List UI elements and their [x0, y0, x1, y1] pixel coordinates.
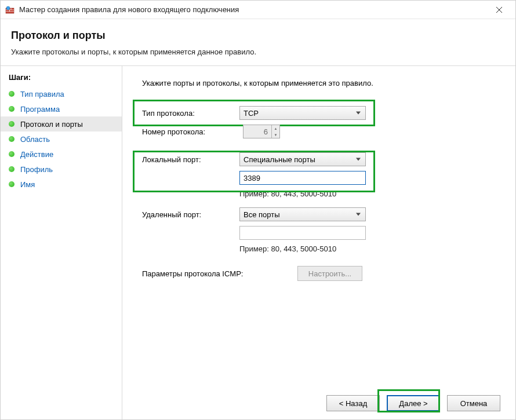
- icmp-label: Параметры протокола ICMP:: [142, 269, 297, 278]
- protocol-number-label: Номер протокола:: [142, 127, 239, 136]
- step-profile[interactable]: Профиль: [1, 162, 122, 177]
- bullet-icon: [9, 181, 14, 187]
- step-label: Протокол и порты: [20, 120, 83, 129]
- remote-port-value-row: [142, 226, 500, 240]
- cancel-button[interactable]: Отмена: [447, 395, 500, 411]
- spacer-label: [142, 244, 239, 253]
- step-program[interactable]: Программа: [1, 101, 122, 116]
- firewall-icon: [5, 5, 14, 14]
- content-instruction: Укажите порты и протоколы, к которым при…: [142, 79, 500, 87]
- bullet-icon: [9, 151, 14, 157]
- wizard-body: Шаги: Тип правила Программа Протокол и п…: [1, 66, 515, 419]
- next-button[interactable]: Далее >: [387, 395, 440, 411]
- local-port-input[interactable]: [239, 171, 366, 185]
- protocol-number-value: 6: [244, 127, 271, 136]
- local-port-mode-select[interactable]: Специальные порты: [239, 152, 366, 166]
- step-protocol-ports[interactable]: Протокол и порты: [1, 116, 122, 132]
- local-port-example-row: Пример: 80, 443, 5000-5010: [142, 189, 500, 198]
- step-label: Тип правила: [20, 90, 64, 98]
- bullet-icon: [9, 121, 14, 127]
- back-button[interactable]: < Назад: [326, 395, 380, 411]
- protocol-type-row: Тип протокола: TCP: [142, 106, 500, 120]
- step-label: Профиль: [20, 165, 53, 174]
- spacer-label: [142, 189, 239, 198]
- remote-port-label: Удаленный порт:: [142, 210, 239, 219]
- wizard-header: Протокол и порты Укажите протоколы и пор…: [1, 19, 515, 66]
- page-title: Протокол и порты: [11, 30, 515, 42]
- step-name[interactable]: Имя: [1, 177, 122, 192]
- window-title: Мастер создания правила для нового входя…: [19, 5, 486, 14]
- local-port-value-row: [142, 171, 500, 185]
- titlebar: Мастер создания правила для нового входя…: [1, 1, 515, 19]
- remote-port-input[interactable]: [239, 226, 366, 240]
- protocol-type-label: Тип протокола:: [142, 109, 239, 118]
- content-pane: Укажите порты и протоколы, к которым при…: [122, 66, 515, 419]
- protocol-number-spinner: 6 ▲▼: [243, 125, 280, 138]
- local-port-mode-value: Специальные порты: [244, 155, 315, 164]
- remote-port-example-row: Пример: 80, 443, 5000-5010: [142, 244, 500, 253]
- protocol-number-row: Номер протокола: 6 ▲▼: [142, 125, 500, 138]
- wizard-button-row: < Назад Далее > Отмена: [142, 388, 500, 411]
- steps-heading: Шаги:: [1, 73, 122, 86]
- local-port-label: Локальный порт:: [142, 155, 239, 164]
- step-label: Действие: [20, 150, 53, 159]
- step-label: Область: [20, 135, 50, 144]
- remote-port-example: Пример: 80, 443, 5000-5010: [239, 244, 336, 253]
- close-button[interactable]: [486, 1, 512, 19]
- protocol-type-select[interactable]: TCP: [239, 106, 366, 120]
- icmp-row: Параметры протокола ICMP: Настроить...: [142, 266, 500, 281]
- bullet-icon: [9, 136, 14, 142]
- bullet-icon: [9, 91, 14, 97]
- steps-pane: Шаги: Тип правила Программа Протокол и п…: [1, 66, 122, 419]
- bullet-icon: [9, 166, 14, 172]
- remote-port-row: Удаленный порт: Все порты: [142, 207, 500, 221]
- protocol-type-value: TCP: [244, 109, 259, 118]
- icmp-configure-button: Настроить...: [297, 266, 362, 281]
- local-port-row: Локальный порт: Специальные порты: [142, 152, 500, 166]
- local-port-example: Пример: 80, 443, 5000-5010: [239, 189, 336, 198]
- wizard-window: Мастер создания правила для нового входя…: [0, 0, 516, 420]
- remote-port-mode-value: Все порты: [244, 210, 280, 219]
- remote-port-mode-select[interactable]: Все порты: [239, 207, 366, 221]
- step-label: Имя: [20, 180, 35, 189]
- step-action[interactable]: Действие: [1, 147, 122, 162]
- page-subtitle: Укажите протоколы и порты, к которым при…: [11, 48, 515, 56]
- spinner-arrows-icon: ▲▼: [271, 125, 279, 138]
- step-rule-type[interactable]: Тип правила: [1, 86, 122, 101]
- bullet-icon: [9, 106, 14, 112]
- step-scope[interactable]: Область: [1, 132, 122, 147]
- step-label: Программа: [20, 105, 60, 114]
